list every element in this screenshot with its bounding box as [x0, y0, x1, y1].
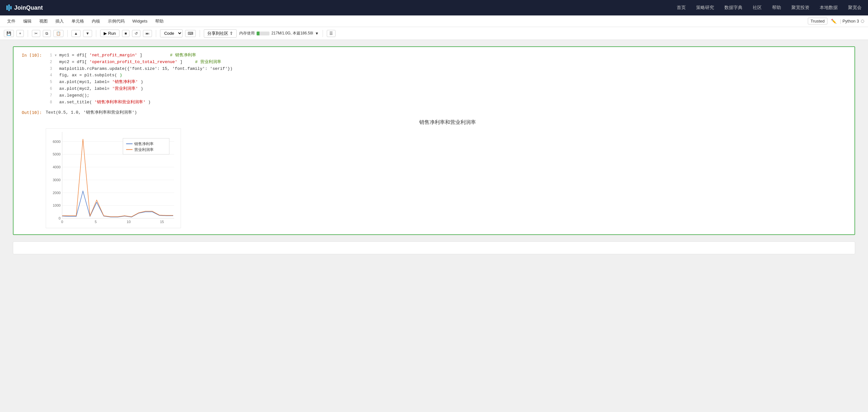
nav-help[interactable]: 帮助: [772, 5, 781, 11]
keyboard-button[interactable]: ⌨: [185, 30, 196, 37]
code-line-1: 1 ▼ myc1 = df1['net_profit_margin'] # 销售…: [46, 52, 849, 59]
menu-cell[interactable]: 单元格: [68, 17, 87, 25]
kernel-status-circle: [861, 20, 864, 23]
chart-wrapper: 销售净利率和营业利润率 0 1000 2000 3000 4000 5: [46, 119, 855, 229]
run-icon: ▶: [104, 31, 107, 36]
restart-button[interactable]: ↺: [132, 30, 141, 37]
toolbar-separator-4: [156, 30, 156, 37]
code-text-5b: ): [141, 79, 143, 86]
menu-widgets[interactable]: Widgets: [129, 18, 151, 25]
nav-community[interactable]: 社区: [753, 5, 762, 11]
edit-trusted-button[interactable]: ✏️: [829, 18, 839, 25]
svg-text:1000: 1000: [53, 204, 61, 208]
line-arrow-1: ▼: [55, 53, 57, 58]
nav-juquanhui[interactable]: 聚宽会: [848, 5, 862, 11]
menu-right: Trusted ✏️ | Python 3: [808, 18, 864, 25]
menu-edit[interactable]: 编辑: [20, 17, 35, 25]
memory-bar-fill: [257, 32, 259, 35]
toolbar: 💾 + ✂ ⧉ 📋 ▲ ▼ ▶ Run ■ ↺ ⏭ Code ⌨ 分享到社区 ⇧…: [0, 27, 868, 40]
code-text-7: ax.legend();: [59, 92, 90, 99]
chart-svg: 0 1000 2000 3000 4000 5000 6000 0 5 10 1…: [46, 128, 181, 228]
svg-text:销售净利率: 销售净利率: [134, 141, 154, 146]
code-string-1: 'net_profit_margin': [90, 52, 137, 59]
nav-home[interactable]: 首页: [677, 5, 686, 11]
stop-button[interactable]: ■: [122, 30, 129, 37]
code-comment-2: # 营业利润率: [185, 59, 221, 66]
memory-value: 217M/1.0G, 本篇186.58l: [271, 31, 313, 36]
nav-invest[interactable]: 聚宽投资: [792, 5, 809, 11]
svg-text:5: 5: [95, 220, 97, 224]
logo-text: JoinQuant: [14, 4, 43, 11]
code-line-5: 5 ▼ ax.plot(myc1, label='销售净利率'): [46, 79, 849, 86]
line-num-1: 1: [46, 53, 52, 59]
svg-text:6000: 6000: [53, 140, 61, 144]
code-text-1b: ]: [140, 52, 142, 59]
svg-text:0: 0: [59, 217, 61, 220]
paste-button[interactable]: 📋: [54, 30, 63, 37]
code-text-3: matplotlib.rcParams.update({'font.size':…: [59, 66, 232, 72]
cell-output-row: Out[10]: Text(0.5, 1.0, '销售净利率和营业利润率'): [13, 109, 855, 115]
menu-toggle-button[interactable]: ☰: [327, 30, 336, 37]
toolbar-separator-6: [322, 30, 323, 37]
line-num-4: 4: [46, 72, 52, 78]
code-text-2a: myc2 = df1[: [59, 59, 87, 66]
cell-type-select[interactable]: Code: [160, 29, 183, 37]
add-cell-button[interactable]: +: [17, 30, 24, 37]
svg-text:3000: 3000: [53, 178, 61, 182]
share-button[interactable]: 分享到社区 ⇧: [204, 29, 237, 38]
nav-local[interactable]: 本地数据: [820, 5, 838, 11]
top-navigation: JoinQuant 首页 策略研究 数据字典 社区 帮助 聚宽投资 本地数据 聚…: [0, 0, 868, 15]
toolbar-separator-2: [67, 30, 68, 37]
code-text-2b: ]: [180, 59, 183, 66]
code-block[interactable]: 1 ▼ myc1 = df1['net_profit_margin'] # 销售…: [46, 52, 855, 105]
blue-line: [62, 191, 173, 217]
svg-text:营业利润率: 营业利润率: [134, 148, 154, 152]
code-string-2: 'operation_profit_to_total_revenue': [90, 59, 177, 66]
code-text-8b: ): [148, 99, 151, 106]
code-string-5: '销售净利率': [112, 79, 138, 86]
code-text-6a: ax.plot(myc2, label=: [59, 86, 110, 92]
menu-sample[interactable]: 示例代码: [105, 17, 128, 25]
nav-strategy[interactable]: 策略研究: [696, 5, 714, 11]
share-label: 分享到社区: [207, 31, 228, 36]
trusted-badge: Trusted: [808, 18, 828, 25]
run-button[interactable]: ▶ Run: [100, 30, 119, 37]
line-num-7: 7: [46, 93, 52, 99]
toolbar-separator-5: [199, 30, 200, 37]
cell-out-text: Text(0.5, 1.0, '销售净利率和营业利润率'): [46, 109, 137, 115]
menu-file[interactable]: 文件: [4, 17, 19, 25]
line-num-5: 5: [46, 79, 52, 85]
code-line-3: 3 ▼ matplotlib.rcParams.update({'font.si…: [46, 66, 849, 72]
save-button[interactable]: 💾: [4, 30, 14, 37]
memory-info: 内存使用 217M/1.0G, 本篇186.58l ▼: [239, 31, 319, 36]
svg-text:2000: 2000: [53, 191, 61, 195]
run-label: Run: [108, 31, 116, 36]
line-num-3: 3: [46, 66, 52, 72]
code-line-2: 2 ▼ myc2 = df1['operation_profit_to_tota…: [46, 59, 849, 66]
copy-button[interactable]: ⧉: [43, 30, 51, 37]
share-icon: ⇧: [229, 31, 233, 36]
code-string-8: '销售净利率和营业利润率': [94, 99, 146, 106]
logo-icon: [6, 4, 11, 11]
move-down-button[interactable]: ▼: [83, 30, 92, 37]
restart-run-button[interactable]: ⏭: [143, 30, 152, 37]
cut-button[interactable]: ✂: [32, 30, 40, 37]
line-num-8: 8: [46, 99, 52, 105]
move-up-button[interactable]: ▲: [71, 30, 81, 37]
menu-kernel[interactable]: 内核: [89, 17, 103, 25]
logo[interactable]: JoinQuant: [6, 4, 43, 11]
code-line-8: 8 ▼ ax.set_title('销售净利率和营业利润率'): [46, 99, 849, 106]
line-num-6: 6: [46, 86, 52, 92]
svg-text:5000: 5000: [53, 153, 61, 156]
python-label: Python 3: [843, 19, 859, 24]
nav-dict[interactable]: 数据字典: [724, 5, 742, 11]
cell-input-row: In [10]: 1 ▼ myc1 = df1['net_profit_marg…: [13, 52, 855, 105]
next-cell-stub[interactable]: [13, 242, 855, 254]
chart-title: 销售净利率和营业利润率: [46, 119, 849, 126]
code-paren-4: ): [119, 72, 122, 79]
code-comment-1: # 销售净利率: [145, 52, 196, 59]
menu-help[interactable]: 帮助: [152, 17, 167, 25]
menu-insert[interactable]: 插入: [52, 17, 67, 25]
code-text-6b: ): [141, 86, 143, 92]
menu-view[interactable]: 视图: [36, 17, 51, 25]
